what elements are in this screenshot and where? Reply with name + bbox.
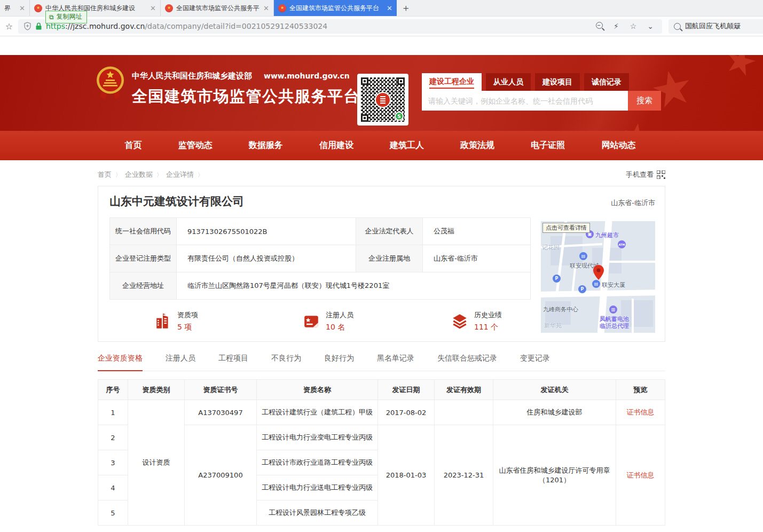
- flash-icon[interactable]: ⚡: [610, 22, 623, 30]
- browser-tab-bar: 界 ✕ 中华人民共和国住房和城乡建设 ✕ 全国建筑市场监管公共服务平台 ✕ 全国…: [0, 0, 763, 17]
- table-header-row: 序号 资质类别 资质证书号 资质名称 发证日期 发证有效期 发证机关 预览: [98, 380, 665, 400]
- cell-name: 工程设计建筑行业（建筑工程）甲级: [257, 400, 378, 425]
- close-icon[interactable]: ✕: [150, 5, 156, 12]
- stat-registered-personnel[interactable]: 注册人员 10 名: [303, 310, 383, 332]
- close-icon[interactable]: ✕: [387, 5, 392, 12]
- search-tab-project[interactable]: 建设项目: [535, 73, 580, 91]
- map-hint-label: 点击可查看详情: [542, 223, 590, 233]
- tower-poi-icon: ▤: [592, 280, 600, 288]
- tab-good-behavior[interactable]: 良好行为: [324, 354, 354, 371]
- header-qr-code: S: [357, 74, 408, 126]
- parking-icon: P: [578, 285, 586, 293]
- close-icon[interactable]: ✕: [263, 5, 269, 12]
- emblem-favicon-icon: [165, 4, 173, 12]
- tab-qualifications[interactable]: 企业资质资格: [98, 354, 143, 371]
- tab-registered-personnel[interactable]: 注册人员: [166, 354, 195, 371]
- breadcrumb-home[interactable]: 首页: [98, 170, 112, 179]
- building-icon: [154, 313, 171, 330]
- stat-history-performance[interactable]: 历史业绩 111 个: [451, 310, 531, 332]
- certificate-info-link[interactable]: 证书信息: [627, 471, 655, 479]
- map-label-business-center: 九峰商务中心: [543, 306, 578, 314]
- parking-label: P: [581, 287, 584, 292]
- nav-item-credit[interactable]: 信用建设: [319, 140, 353, 151]
- info-value-reg-region: 山东省-临沂市: [423, 245, 531, 272]
- new-tab-button[interactable]: ＋: [397, 0, 415, 16]
- platform-title: 全国建筑市场监管公共服务平台: [132, 86, 360, 107]
- map-label-tower: 联安大厦: [602, 281, 625, 289]
- col-header-no: 序号: [98, 380, 128, 400]
- browser-tab-jzsc-1[interactable]: 全国建筑市场监管公共服务平台 ✕: [161, 0, 274, 16]
- nav-item-data-service[interactable]: 数据服务: [249, 140, 283, 151]
- keyword-search-input[interactable]: [422, 91, 628, 111]
- map-label-xinhuayuan: 新华苑: [544, 322, 562, 330]
- nav-item-license[interactable]: 电子证照: [531, 140, 565, 151]
- info-value-legal-rep: 公茂福: [423, 218, 531, 245]
- info-value-address: 临沂市兰山区陶然路107号星河晶都（联安）现代城1号楼2201室: [177, 272, 531, 300]
- tab-blacklist[interactable]: 黑名单记录: [377, 354, 414, 371]
- search-tab-credit[interactable]: 诚信记录: [584, 73, 629, 91]
- stat-qualifications[interactable]: 资质项 5 项: [154, 310, 234, 332]
- nav-item-home[interactable]: 首页: [125, 140, 142, 151]
- tab-dishonesty-records[interactable]: 失信联合惩戒记录: [437, 354, 497, 371]
- location-pin-icon: [593, 265, 604, 280]
- tab-bad-behavior[interactable]: 不良行为: [271, 354, 301, 371]
- search-tab-enterprise[interactable]: 建设工程企业: [422, 73, 482, 91]
- qualification-table: 序号 资质类别 资质证书号 资质名称 发证日期 发证有效期 发证机关 预览 1 …: [98, 379, 665, 526]
- parking-label: P: [555, 276, 559, 281]
- layers-icon: [451, 313, 468, 330]
- building-poi-icon: ▤: [579, 252, 587, 260]
- cell-name: 工程设计电力行业送电工程专业丙级: [257, 475, 378, 500]
- search-tab-personnel[interactable]: 从业人员: [486, 73, 531, 91]
- cell-no: 2: [98, 425, 128, 450]
- national-emblem-icon: [96, 65, 124, 100]
- nav-item-supervision[interactable]: 监管动态: [178, 140, 213, 151]
- certificate-card-icon: [303, 313, 320, 330]
- browser-tab-jzsc-active[interactable]: 全国建筑市场监管公共服务平台 ✕: [274, 0, 397, 16]
- col-header-category: 资质类别: [128, 380, 185, 400]
- quick-search-text[interactable]: 国航回应飞机颠簸: [685, 21, 741, 31]
- zoom-out-icon[interactable]: [593, 22, 605, 30]
- company-region: 山东省-临沂市: [611, 198, 655, 209]
- location-map[interactable]: 点击可查看详情 ▣ 九州超市 ATM 记花园 ▤ 联安现代城 ▤ 联安大厦 P …: [541, 221, 655, 333]
- site-header: ★ ★ ★ 中华人民共和国住房和城乡建设部 www.mohurd.gov.cn …: [0, 55, 763, 131]
- breadcrumb-row: 首页〉 企业数据〉 企业详情〉 手机查看: [98, 160, 665, 186]
- qr-finder-icon: [361, 114, 368, 122]
- cell-name: 工程设计电力行业变电工程专业丙级: [257, 425, 378, 450]
- map-road: [632, 299, 634, 333]
- url-text[interactable]: https://jzsc.mohurd.gov.cn/data/company/…: [46, 22, 588, 30]
- breadcrumb-company-data[interactable]: 企业数据: [125, 170, 153, 179]
- main-navigation: 首页 监管动态 数据服务 信用建设 建筑工人 政策法规 电子证照 网站动态: [0, 131, 763, 160]
- url-path: /data/company/detail?id=0021052912405330…: [145, 22, 327, 30]
- page-top-gap: [0, 36, 763, 55]
- tab-projects[interactable]: 工程项目: [218, 354, 248, 371]
- browser-tab-partial[interactable]: 界 ✕: [0, 0, 30, 16]
- search-icon: [674, 23, 681, 30]
- nav-item-news[interactable]: 网站动态: [601, 140, 635, 151]
- mobile-view-button[interactable]: 手机查看: [626, 170, 665, 179]
- search-button[interactable]: 搜索: [628, 91, 661, 111]
- tab-label: 全国建筑市场监管公共服务平台: [176, 4, 260, 13]
- map-label-supermarket: 九州超市: [595, 231, 619, 239]
- quick-search-box[interactable]: 国航回应飞机颠簸: [668, 19, 763, 34]
- search-tab-label: 诚信记录: [592, 77, 622, 87]
- col-header-valid-until: 发证有效期: [435, 380, 493, 400]
- brand-text: 中华人民共和国住房和城乡建设部 www.mohurd.gov.cn 全国建筑市场…: [132, 65, 360, 107]
- close-icon[interactable]: ✕: [19, 5, 25, 12]
- tab-change-records[interactable]: 变更记录: [520, 354, 550, 371]
- breadcrumb-company-detail[interactable]: 企业详情: [166, 170, 194, 179]
- battery-poi-icon: ▥: [609, 306, 617, 314]
- table-row: 1 设计资质 A137030497 工程设计建筑行业（建筑工程）甲级 2017-…: [98, 400, 665, 425]
- cell-cert-no: A137030497: [185, 400, 257, 425]
- shield-icon[interactable]: [23, 22, 32, 30]
- decor-star-icon: ★: [719, 55, 763, 87]
- bookmark-star-icon[interactable]: ☆: [0, 21, 18, 32]
- nav-item-workers[interactable]: 建筑工人: [390, 140, 424, 151]
- address-omnibox[interactable]: https://jzsc.mohurd.gov.cn/data/company/…: [18, 19, 662, 34]
- star-icon[interactable]: ☆: [627, 22, 640, 30]
- certificate-info-link[interactable]: 证书信息: [627, 408, 655, 416]
- cell-no: 3: [98, 450, 128, 475]
- info-value-credit-code: 91371302675501022B: [177, 218, 356, 245]
- chevron-down-icon[interactable]: ⌄: [644, 22, 657, 30]
- nav-item-policy[interactable]: 政策法规: [460, 140, 494, 151]
- mobile-view-label: 手机查看: [626, 170, 654, 179]
